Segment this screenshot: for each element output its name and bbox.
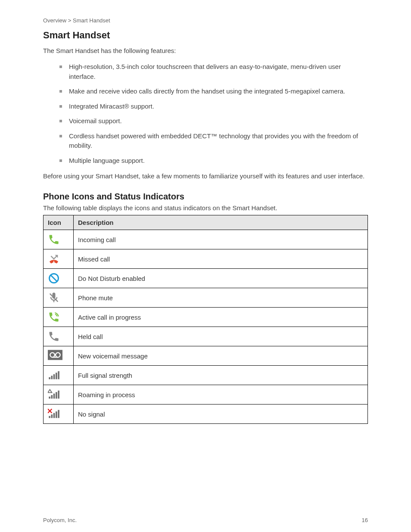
table-row: Do Not Disturb enabled: [44, 269, 368, 288]
svg-rect-9: [53, 374, 55, 380]
signal-full-icon: [48, 369, 60, 381]
table-row: Roaming in process: [44, 385, 368, 404]
icon-desc: Incoming call: [74, 230, 368, 249]
svg-rect-10: [56, 373, 57, 379]
section-heading: Smart Handset: [43, 30, 368, 41]
icon-desc: New voicemail message: [74, 346, 368, 366]
svg-rect-13: [51, 395, 53, 398]
icon-desc: Active call in progress: [74, 308, 368, 327]
icon-desc: Roaming in process: [74, 385, 368, 404]
held-call-icon: [48, 330, 60, 342]
list-item: High-resolution, 3.5-inch color touchscr…: [69, 59, 368, 84]
svg-rect-18: [51, 414, 53, 418]
breadcrumb: Overview > Smart Handset: [43, 17, 368, 24]
svg-rect-7: [49, 377, 50, 380]
list-item: Voicemail support.: [69, 114, 368, 129]
table-row: No signal: [44, 404, 368, 424]
table-header-row: Icon Description: [44, 215, 368, 230]
svg-rect-16: [58, 391, 59, 399]
table-row: New voicemail message: [44, 346, 368, 366]
voicemail-icon: [48, 350, 60, 362]
svg-rect-20: [56, 411, 57, 418]
svg-rect-12: [49, 397, 50, 399]
missed-call-icon: [48, 253, 60, 265]
table-header-desc: Description: [74, 215, 368, 230]
svg-rect-11: [58, 371, 59, 380]
phone-call-green-icon: [48, 233, 60, 246]
svg-rect-14: [53, 394, 55, 399]
icon-desc: Missed call: [74, 249, 368, 269]
list-item: Cordless handset powered with embedded D…: [69, 129, 368, 153]
icon-desc: Do Not Disturb enabled: [74, 269, 368, 288]
list-item: Make and receive video calls directly fr…: [69, 84, 368, 99]
table-row: Active call in progress: [44, 308, 368, 327]
table-row: Phone mute: [44, 288, 368, 308]
table-row: Incoming call: [44, 230, 368, 249]
svg-rect-21: [58, 410, 59, 418]
list-item: Integrated Miracast® support.: [69, 99, 368, 114]
table-row: Missed call: [44, 249, 368, 269]
mute-mic-icon: [48, 292, 60, 304]
icon-desc: Held call: [74, 327, 368, 346]
list-item: Multiple language support.: [69, 153, 368, 168]
icon-desc: Full signal strength: [74, 366, 368, 385]
svg-rect-8: [51, 376, 53, 379]
table-row: Full signal strength: [44, 366, 368, 385]
table-header-icon: Icon: [44, 215, 74, 230]
icon-desc: No signal: [74, 404, 368, 424]
section-intro: The Smart Handset has the following feat…: [43, 47, 368, 54]
signal-none-icon: [48, 408, 60, 420]
svg-line-1: [51, 275, 57, 281]
icons-intro: The following table displays the icons a…: [43, 204, 368, 212]
section-note: Before using your Smart Handset, take a …: [43, 172, 368, 180]
icons-heading: Phone Icons and Status Indicators: [43, 192, 368, 202]
signal-roam-icon: [48, 389, 60, 401]
table-row: Held call: [44, 327, 368, 346]
svg-rect-15: [56, 392, 57, 398]
svg-rect-17: [49, 416, 50, 418]
svg-rect-19: [53, 413, 55, 418]
feature-list: High-resolution, 3.5-inch color touchscr…: [43, 59, 368, 168]
icon-desc: Phone mute: [74, 288, 368, 308]
dnd-icon: [48, 272, 60, 284]
active-call-icon: [48, 311, 60, 323]
icons-table: Icon Description Incoming call Mi: [43, 215, 368, 424]
